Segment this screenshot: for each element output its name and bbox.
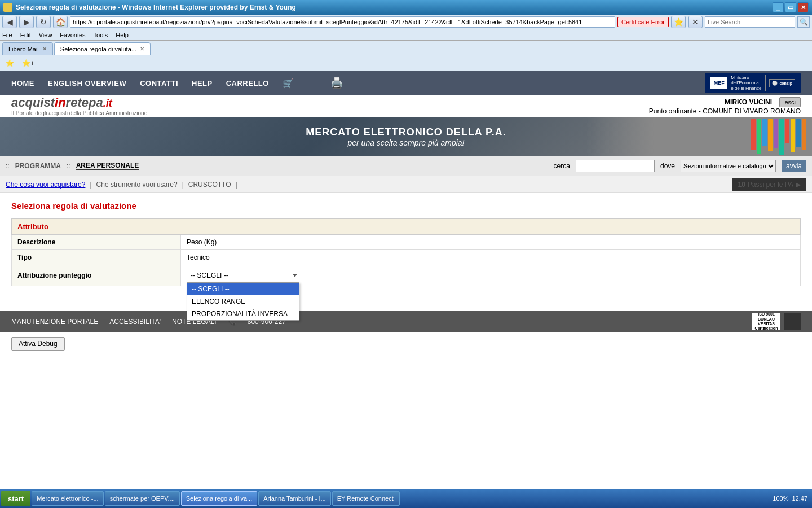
banner: MERCATO ELETTRONICO DELLA P.A. per una s… [0,117,812,156]
search-bar: :: PROGRAMMA :: AREA PERSONALE cerca dov… [0,156,812,176]
title-icon [3,3,12,12]
breadcrumb-acquistare[interactable]: Che cosa vuoi acquistare? [6,181,85,189]
tab-close-seleziona[interactable]: ✕ [140,46,144,52]
cell-tipo-value: Tecnico [181,250,801,265]
tabs-bar: Libero Mail ✕ Seleziona regola di valuta… [0,41,812,55]
banner-image [586,117,812,156]
search-go-button[interactable]: 🔍 [797,16,810,28]
start-button[interactable]: start [1,491,30,506]
taskbar-item-4[interactable]: EY Remote Connect [332,491,400,506]
user-role: Punto ordinante [649,107,697,115]
nav-right-logos: MEF Ministerodell'Economiae delle Finanz… [705,73,801,94]
attributes-table: Attributo Descrizione Peso (Kg) Tipo Tec… [11,218,801,286]
menu-favorites[interactable]: Favorites [60,32,85,38]
area-personale-link[interactable]: AREA PERSONALE [76,161,139,170]
breadcrumb-sep2: | [182,181,184,189]
footer-manutenzione[interactable]: MANUTENZIONE PORTALE [11,318,98,326]
minimize-button[interactable]: _ [773,2,784,12]
menu-view[interactable]: View [39,32,52,38]
tab-libero-mail[interactable]: Libero Mail ✕ [2,42,53,55]
window-controls: _ ▭ ✕ [773,2,809,12]
cert-error[interactable]: Certificate Error [617,17,669,27]
taskbar-item-3[interactable]: Arianna Tamburini - I... [258,491,330,506]
taskbar-item-0[interactable]: Mercato elettronico -... [32,491,103,506]
menu-file[interactable]: File [2,32,12,38]
taskbar-item-label-3: Arianna Tamburini - I... [263,495,325,502]
cart-icon: 🛒 [283,78,294,89]
table-header: Attributo [12,219,801,235]
search-input[interactable] [705,16,795,28]
taskbar-item-2[interactable]: Seleziona regola di va... [181,491,257,506]
menu-tools[interactable]: Tools [94,32,108,38]
mef-text: Ministerodell'Economiae delle Finanze [731,75,761,91]
cerca-label: cerca [554,162,570,170]
forward-button[interactable]: ▶ [19,16,34,28]
taskbar-item-label-2: Seleziona regola di va... [186,495,252,502]
stop-button[interactable]: ✕ [688,16,703,28]
footer-accessibilita[interactable]: ACCESSIBILITA' [109,318,161,326]
fav-add-btn[interactable]: ⭐+ [20,58,37,68]
breadcrumb-cruscotto: CRUSCOTTO [188,181,231,189]
address-bar[interactable] [70,16,615,28]
breadcrumb-strumento: Che strumento vuoi usare? [96,181,178,189]
taskbar: start Mercato elettronico -... schermate… [0,489,812,508]
taskbar-item-label-4: EY Remote Connect [337,495,394,502]
pencils-decoration [751,119,812,155]
debug-bar: Attiva Debug [0,332,812,355]
cerca-input[interactable] [576,160,655,172]
user-bar: acquistinretepa.it Il Portale degli acqu… [0,95,812,117]
nav-english[interactable]: ENGLISH OVERVIEW [48,79,126,87]
steps-num: 10 [738,181,745,189]
refresh-button[interactable]: ↻ [36,16,51,28]
nav-home[interactable]: HOME [11,79,34,87]
area-dots: :: [67,162,70,170]
user-org: COMUNE DI VIVARO ROMANO [703,107,801,115]
ie-toolbar: ◀ ▶ ↻ 🏠 Certificate Error ⭐ ✕ 🔍 [0,15,812,29]
punteggio-select[interactable]: -- SCEGLI -- ELENCO RANGE PROPORZIONALIT… [187,269,299,282]
restore-button[interactable]: ▭ [785,2,796,12]
nav-help[interactable]: HELP [192,79,213,87]
favorites-button[interactable]: ⭐ [671,16,686,28]
table-row-tipo: Tipo Tecnico [12,250,801,265]
programma-link[interactable]: PROGRAMMA [15,162,61,170]
username: MIRKO VUCINI [725,98,772,106]
exit-button[interactable]: esci [779,97,801,107]
home-button[interactable]: 🏠 [53,16,68,28]
tab-label: Libero Mail [8,46,39,52]
table-row-descrizione: Descrizione Peso (Kg) [12,235,801,250]
steps-badge: 10 Passi per le PA ▶ [732,178,806,191]
tab-label-active: Seleziona regola di valuta... [60,46,136,52]
nav-carrello[interactable]: CARRELLO [226,79,269,87]
avvia-button[interactable]: avvia [782,160,806,172]
print-icon[interactable]: 🖨️ [330,77,343,89]
breadcrumb: Che cosa vuoi acquistare? | Che strument… [0,176,812,193]
menu-bar: File Edit View Favorites Tools Help [0,29,812,41]
cell-attribuzione-label: Attribuzione punteggio [12,265,181,286]
dropdown-item-proporzionalita[interactable]: PROPORZIONALITÀ INVERSA [187,308,299,320]
tab-close-libero[interactable]: ✕ [42,46,47,52]
top-nav: HOME ENGLISH OVERVIEW CONTATTI HELP CARR… [0,71,812,95]
debug-button[interactable]: Attiva Debug [11,337,65,351]
fav-star-btn[interactable]: ⭐ [3,58,16,68]
tab-seleziona[interactable]: Seleziona regola di valuta... ✕ [54,42,151,55]
dove-select[interactable]: Sezioni informative e catalogo Prodotti … [681,160,776,172]
site-wrapper: HOME ENGLISH OVERVIEW CONTATTI HELP CARR… [0,71,812,355]
close-button[interactable]: ✕ [797,2,809,12]
dropdown-item-elenco[interactable]: ELENCO RANGE [187,295,299,308]
menu-help[interactable]: Help [116,32,129,38]
dove-label: dove [660,162,675,170]
bureau-veritas-logo: ISO 9001BUREAUVERITASCertification [752,313,780,330]
taskbar-item-1[interactable]: schermate per OEPV.... [105,491,180,506]
taskbar-right: 100% 12.47 [773,495,811,502]
dropdown-wrapper: -- SCEGLI -- ELENCO RANGE PROPORZIONALIT… [187,269,299,282]
cell-tipo-label: Tipo [12,250,181,265]
dropdown-item-scegli[interactable]: -- SCEGLI -- [187,283,299,295]
back-button[interactable]: ◀ [2,16,17,28]
user-info: MIRKO VUCINI esci Punto ordinante - COMU… [649,97,801,115]
menu-edit[interactable]: Edit [20,32,31,38]
banner-line2: per una scelta sempre più ampia! [306,138,506,147]
dropdown-open: -- SCEGLI -- ELENCO RANGE PROPORZIONALIT… [187,282,299,321]
nav-separator [312,75,312,91]
nav-contatti[interactable]: CONTATTI [140,79,178,87]
page-content: Seleziona regola di valutazione Attribut… [0,193,812,294]
